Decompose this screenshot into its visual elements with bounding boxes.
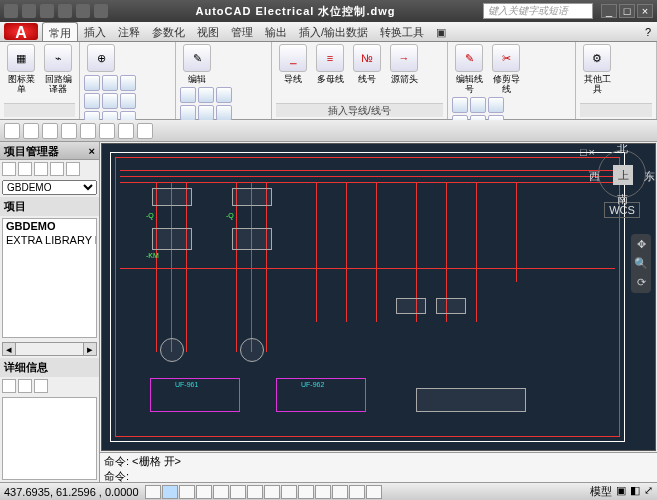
tool-redo-icon[interactable]	[99, 123, 115, 139]
toggle-14[interactable]	[366, 485, 382, 499]
help-search-input[interactable]: 键入关键字或短语	[483, 3, 593, 19]
view-cube[interactable]: 北 南 西 东 上 WCS	[595, 150, 649, 220]
toggle-13[interactable]	[349, 485, 365, 499]
edit-wirenum-button[interactable]: ✎编辑线号	[452, 44, 486, 94]
help-icon[interactable]: ?	[639, 22, 657, 41]
toggle-lwt[interactable]	[281, 485, 297, 499]
tool-next-icon[interactable]	[42, 123, 58, 139]
other-tools-button[interactable]: ⚙其他工具	[580, 44, 614, 94]
qat-undo-icon[interactable]	[58, 4, 72, 18]
tab-output[interactable]: 输出	[259, 22, 293, 41]
project-tree[interactable]: GBDEMO EXTRA LIBRARY DEMO	[2, 218, 97, 338]
proj-tool-3[interactable]	[34, 162, 48, 176]
toggle-polar[interactable]	[196, 485, 212, 499]
qat-print-icon[interactable]	[94, 4, 108, 18]
project-section-label: 项目	[0, 197, 99, 216]
minimize-button[interactable]: _	[601, 4, 617, 18]
tool-brush-icon[interactable]	[118, 123, 134, 139]
tree-item-gbdemo[interactable]: GBDEMO	[3, 219, 96, 233]
icon-menu-button[interactable]: ▦图标菜单	[4, 44, 38, 94]
toggle-otrack[interactable]	[230, 485, 246, 499]
detail-tools	[0, 377, 99, 395]
title-bar: AutoCAD Electrical 水位控制.dwg 键入关键字或短语 _ □…	[0, 0, 657, 22]
proj-tool-2[interactable]	[18, 162, 32, 176]
status-tool-b[interactable]: ◧	[630, 484, 640, 499]
wire-button[interactable]: ⎯导线	[276, 44, 310, 84]
circuit-builder-icon: ⌁	[44, 44, 72, 72]
tree-item-extra[interactable]: EXTRA LIBRARY DEMO	[3, 233, 96, 247]
command-history: 命令: <栅格 开>	[104, 454, 653, 469]
tab-insert[interactable]: 插入	[78, 22, 112, 41]
toggle-11[interactable]	[315, 485, 331, 499]
trim-wire-button[interactable]: ✂修剪导线	[489, 44, 523, 94]
qat-new-icon[interactable]	[4, 4, 18, 18]
source-arrow-button[interactable]: →源箭头	[387, 44, 421, 84]
toggle-dyn[interactable]	[264, 485, 280, 499]
title-block-1: UF-961	[150, 378, 240, 412]
project-select[interactable]: GBDEMO	[2, 180, 97, 195]
toggle-ortho[interactable]	[179, 485, 195, 499]
proj-tool-1[interactable]	[2, 162, 16, 176]
panel-label-insert-wire[interactable]: 插入导线/线号	[276, 103, 443, 117]
multi-bus-button[interactable]: ≡多母线	[313, 44, 347, 84]
tab-view[interactable]: 视图	[191, 22, 225, 41]
tool-project-icon[interactable]	[4, 123, 20, 139]
viewcube-top[interactable]: 上	[613, 165, 633, 185]
toggle-ducs[interactable]	[247, 485, 263, 499]
toggle-snap[interactable]	[145, 485, 161, 499]
drawing-canvas[interactable]: _ □ ×	[101, 143, 656, 451]
close-button[interactable]: ×	[637, 4, 653, 18]
toggle-osnap[interactable]	[213, 485, 229, 499]
insert-component-button[interactable]: ⊕	[84, 44, 118, 72]
qat-save-icon[interactable]	[40, 4, 54, 18]
tab-home[interactable]: 常用	[42, 22, 78, 41]
app-menu-button[interactable]: A	[4, 23, 38, 40]
panel-close-icon[interactable]: ×	[89, 142, 95, 159]
quick-access-toolbar	[4, 4, 108, 18]
project-manager-header[interactable]: 项目管理器 ×	[0, 142, 99, 160]
tool-undo-icon[interactable]	[80, 123, 96, 139]
status-tool-a[interactable]: ▣	[616, 484, 626, 499]
status-toggles	[145, 485, 382, 499]
breaker-1	[152, 188, 192, 206]
circuit-builder-button[interactable]: ⌁回路编译器	[41, 44, 75, 94]
tab-expand-icon[interactable]: ▣	[430, 22, 452, 41]
command-line[interactable]: 命令: <栅格 开> 命令:	[100, 452, 657, 482]
multi-bus-icon: ≡	[316, 44, 344, 72]
orbit-icon[interactable]: ⟳	[637, 276, 646, 289]
edit-icon: ✎	[183, 44, 211, 72]
terminal-strip	[416, 388, 526, 412]
maximize-button[interactable]: □	[619, 4, 635, 18]
pan-icon[interactable]: ✥	[637, 238, 646, 251]
model-space-button[interactable]: 模型	[590, 484, 612, 499]
tool-check-icon[interactable]	[137, 123, 153, 139]
edit-button[interactable]: ✎编辑	[180, 44, 214, 84]
window-controls: _ □ ×	[601, 4, 653, 18]
coordinates-readout: 437.6935, 61.2596 , 0.0000	[4, 486, 139, 498]
tab-manage[interactable]: 管理	[225, 22, 259, 41]
drawing-border: UF-961 UF-962 -Q -KM -Q	[110, 152, 625, 442]
motor-2	[240, 338, 264, 362]
drawing-frame: UF-961 UF-962 -Q -KM -Q	[115, 157, 620, 437]
scroll-right-icon[interactable]: ▸	[83, 342, 97, 356]
status-tool-c[interactable]: ⤢	[644, 484, 653, 499]
proj-tool-5[interactable]	[66, 162, 80, 176]
qat-open-icon[interactable]	[22, 4, 36, 18]
zoom-icon[interactable]: 🔍	[634, 257, 648, 270]
qat-redo-icon[interactable]	[76, 4, 90, 18]
proj-tool-4[interactable]	[50, 162, 64, 176]
compass-ring[interactable]: 北 南 西 东 上	[598, 150, 646, 198]
tab-annotate[interactable]: 注释	[112, 22, 146, 41]
wire-number-button[interactable]: №线号	[350, 44, 384, 84]
relay-1	[396, 298, 426, 314]
tool-zoom-icon[interactable]	[61, 123, 77, 139]
toggle-12[interactable]	[332, 485, 348, 499]
project-manager-panel: 项目管理器 × GBDEMO 项目 GBDEMO EXTRA LIBRARY D…	[0, 142, 100, 482]
scroll-left-icon[interactable]: ◂	[2, 342, 16, 356]
toggle-grid[interactable]	[162, 485, 178, 499]
tab-convert[interactable]: 转换工具	[374, 22, 430, 41]
tab-parametric[interactable]: 参数化	[146, 22, 191, 41]
toggle-qp[interactable]	[298, 485, 314, 499]
tab-io-data[interactable]: 插入/输出数据	[293, 22, 374, 41]
tool-prev-icon[interactable]	[23, 123, 39, 139]
